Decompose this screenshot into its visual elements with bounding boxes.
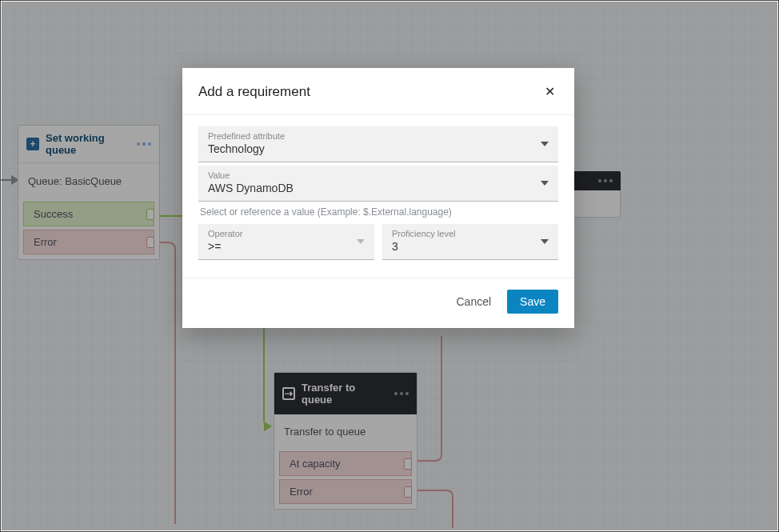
modal-title: Add a requirement <box>198 84 310 100</box>
field-value: Technology <box>208 142 549 155</box>
field-label: Operator <box>208 229 365 238</box>
close-icon[interactable]: ✕ <box>541 82 558 102</box>
field-label: Predefined attribute <box>208 131 549 141</box>
cancel-button[interactable]: Cancel <box>453 290 494 313</box>
chevron-down-icon <box>357 239 365 244</box>
chevron-down-icon <box>541 181 549 186</box>
modal-footer: Cancel Save <box>182 278 574 328</box>
field-value: >= <box>208 240 365 253</box>
field-value: AWS DynamoDB <box>208 182 549 194</box>
value-helper-text: Select or reference a value (Example: $.… <box>200 206 557 218</box>
modal-body: Predefined attribute Technology Value AW… <box>182 115 574 263</box>
field-label: Proficiency level <box>392 229 549 238</box>
field-value: 3 <box>392 240 549 253</box>
proficiency-level-select[interactable]: Proficiency level 3 <box>382 224 558 260</box>
predefined-attribute-select[interactable]: Predefined attribute Technology <box>198 126 558 162</box>
save-button[interactable]: Save <box>507 290 558 314</box>
modal-header: Add a requirement ✕ <box>182 68 574 115</box>
value-select[interactable]: Value AWS DynamoDB <box>198 166 558 202</box>
chevron-down-icon <box>541 142 549 146</box>
add-requirement-modal: Add a requirement ✕ Predefined attribute… <box>182 68 574 328</box>
chevron-down-icon <box>541 239 549 244</box>
operator-select[interactable]: Operator >= <box>198 224 374 260</box>
field-label: Value <box>208 170 549 180</box>
